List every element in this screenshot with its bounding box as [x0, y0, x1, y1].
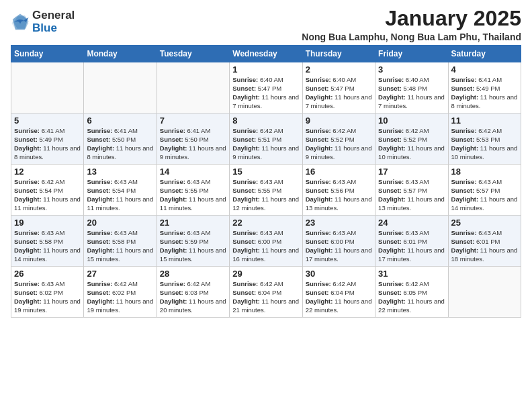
week-row-2: 5Sunrise: 6:41 AMSunset: 5:49 PMDaylight… [11, 113, 521, 165]
page: General Blue January 2025 Nong Bua Lamph… [0, 0, 532, 411]
cell-info-line: Sunset: 5:52 PM [306, 136, 372, 144]
cell-info-line: Sunrise: 6:43 AM [14, 229, 81, 238]
calendar-cell: 4Sunrise: 6:41 AMSunset: 5:49 PMDaylight… [448, 62, 521, 113]
cell-info-line: Sunset: 5:49 PM [14, 136, 81, 144]
day-number: 29 [232, 269, 299, 279]
title-block: January 2025 Nong Bua Lamphu, Nong Bua L… [302, 7, 521, 42]
cell-info-line: Daylight: 11 hours and 15 minutes. [160, 246, 226, 264]
calendar-cell: 13Sunrise: 6:43 AMSunset: 5:54 PMDayligh… [84, 165, 157, 216]
day-number: 15 [232, 167, 299, 177]
cell-info-line: Sunrise: 6:43 AM [87, 229, 153, 238]
cell-info-line: Sunset: 5:49 PM [451, 85, 518, 93]
cell-info-line: Sunset: 5:50 PM [87, 136, 153, 144]
day-number: 19 [14, 218, 81, 228]
cell-info-line: Daylight: 11 hours and 8 minutes. [14, 144, 81, 162]
cell-info-line: Daylight: 11 hours and 12 minutes. [232, 195, 299, 213]
logo-text: General Blue [32, 9, 75, 34]
cell-info-line: Sunrise: 6:43 AM [306, 229, 372, 238]
day-number: 4 [451, 64, 518, 75]
cell-info-line: Sunset: 5:54 PM [87, 187, 153, 195]
cell-info-line: Sunset: 5:50 PM [160, 136, 226, 144]
cell-info-line: Sunrise: 6:42 AM [306, 280, 372, 289]
cell-info-line: Sunrise: 6:43 AM [232, 178, 299, 187]
day-number: 3 [378, 64, 445, 75]
day-number: 24 [378, 218, 445, 228]
day-number: 12 [14, 167, 81, 177]
cell-info-line: Daylight: 11 hours and 15 minutes. [87, 246, 153, 264]
weekday-header-wednesday: Wednesday [230, 46, 302, 62]
cell-info-line: Daylight: 11 hours and 11 minutes. [160, 195, 226, 213]
weekday-header-monday: Monday [84, 46, 157, 62]
cell-info-line: Sunrise: 6:43 AM [378, 178, 445, 187]
cell-info-line: Sunset: 5:54 PM [14, 187, 81, 195]
location-title: Nong Bua Lamphu, Nong Bua Lam Phu, Thail… [302, 32, 521, 42]
calendar-cell: 22Sunrise: 6:43 AMSunset: 6:00 PMDayligh… [230, 216, 302, 267]
cell-info-line: Sunset: 6:04 PM [232, 289, 299, 298]
calendar-cell: 27Sunrise: 6:42 AMSunset: 6:02 PMDayligh… [84, 267, 157, 318]
calendar-cell: 21Sunrise: 6:43 AMSunset: 5:59 PMDayligh… [157, 216, 229, 267]
day-number: 27 [87, 269, 153, 279]
calendar-cell: 19Sunrise: 6:43 AMSunset: 5:58 PMDayligh… [11, 216, 84, 267]
cell-info-line: Sunset: 5:57 PM [378, 187, 445, 195]
cell-info-line: Sunrise: 6:43 AM [451, 178, 518, 187]
day-number: 16 [306, 167, 372, 177]
day-number: 11 [451, 116, 518, 126]
calendar-cell: 15Sunrise: 6:43 AMSunset: 5:55 PMDayligh… [230, 165, 302, 216]
cell-info-line: Sunset: 5:55 PM [160, 187, 226, 195]
cell-info-line: Sunset: 5:56 PM [306, 187, 372, 195]
day-number: 23 [306, 218, 372, 228]
logo-blue-text: Blue [32, 22, 75, 35]
calendar-table: SundayMondayTuesdayWednesdayThursdayFrid… [11, 45, 521, 318]
cell-info-line: Sunrise: 6:42 AM [378, 127, 445, 136]
cell-info-line: Daylight: 11 hours and 7 minutes. [378, 93, 445, 111]
calendar-cell: 30Sunrise: 6:42 AMSunset: 6:04 PMDayligh… [302, 267, 375, 318]
logo-general-text: General [32, 9, 75, 22]
cell-info-line: Sunset: 5:47 PM [232, 85, 299, 93]
calendar-cell [11, 62, 84, 113]
cell-info-line: Sunrise: 6:41 AM [87, 127, 153, 136]
cell-info-line: Sunrise: 6:43 AM [232, 229, 299, 238]
cell-info-line: Sunset: 6:02 PM [87, 289, 153, 298]
weekday-header-friday: Friday [375, 46, 448, 62]
cell-info-line: Sunrise: 6:40 AM [232, 76, 299, 85]
calendar-cell: 18Sunrise: 6:43 AMSunset: 5:57 PMDayligh… [448, 165, 521, 216]
day-number: 22 [232, 218, 299, 228]
weekday-header-sunday: Sunday [11, 46, 84, 62]
day-number: 13 [87, 167, 153, 177]
cell-info-line: Sunrise: 6:41 AM [160, 127, 226, 136]
calendar-cell: 23Sunrise: 6:43 AMSunset: 6:00 PMDayligh… [302, 216, 375, 267]
day-number: 21 [160, 218, 226, 228]
cell-info-line: Daylight: 11 hours and 16 minutes. [232, 246, 299, 264]
calendar-cell: 10Sunrise: 6:42 AMSunset: 5:52 PMDayligh… [375, 113, 448, 165]
calendar-cell: 12Sunrise: 6:42 AMSunset: 5:54 PMDayligh… [11, 165, 84, 216]
cell-info-line: Sunrise: 6:42 AM [232, 280, 299, 289]
cell-info-line: Daylight: 11 hours and 19 minutes. [87, 298, 153, 315]
cell-info-line: Daylight: 11 hours and 7 minutes. [306, 93, 372, 111]
calendar-cell: 8Sunrise: 6:42 AMSunset: 5:51 PMDaylight… [230, 113, 302, 165]
logo-icon [11, 13, 30, 32]
cell-info-line: Sunrise: 6:42 AM [87, 280, 153, 289]
weekday-header-thursday: Thursday [302, 46, 375, 62]
day-number: 8 [232, 116, 299, 126]
calendar-cell: 1Sunrise: 6:40 AMSunset: 5:47 PMDaylight… [230, 62, 302, 113]
cell-info-line: Daylight: 11 hours and 9 minutes. [160, 144, 226, 162]
cell-info-line: Sunset: 6:02 PM [14, 289, 81, 298]
cell-info-line: Sunrise: 6:40 AM [378, 76, 445, 85]
calendar-cell [157, 62, 229, 113]
calendar-cell: 6Sunrise: 6:41 AMSunset: 5:50 PMDaylight… [84, 113, 157, 165]
cell-info-line: Sunset: 5:47 PM [306, 85, 372, 93]
day-number: 14 [160, 167, 226, 177]
day-number: 18 [451, 167, 518, 177]
day-number: 17 [378, 167, 445, 177]
cell-info-line: Sunset: 6:04 PM [306, 289, 372, 298]
calendar-cell: 5Sunrise: 6:41 AMSunset: 5:49 PMDaylight… [11, 113, 84, 165]
cell-info-line: Sunset: 6:01 PM [378, 238, 445, 246]
calendar-cell: 7Sunrise: 6:41 AMSunset: 5:50 PMDaylight… [157, 113, 229, 165]
week-row-1: 1Sunrise: 6:40 AMSunset: 5:47 PMDaylight… [11, 62, 521, 113]
cell-info-line: Sunrise: 6:42 AM [378, 280, 445, 289]
cell-info-line: Sunrise: 6:43 AM [14, 280, 81, 289]
calendar-cell: 29Sunrise: 6:42 AMSunset: 6:04 PMDayligh… [230, 267, 302, 318]
calendar-cell: 16Sunrise: 6:43 AMSunset: 5:56 PMDayligh… [302, 165, 375, 216]
cell-info-line: Sunset: 5:58 PM [14, 238, 81, 246]
cell-info-line: Sunrise: 6:42 AM [451, 127, 518, 136]
